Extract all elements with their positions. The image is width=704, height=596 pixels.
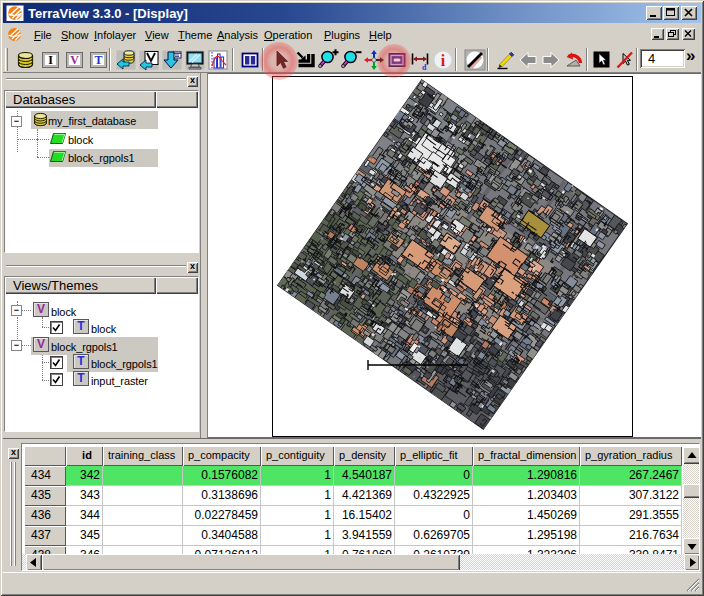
svg-text:V: V (70, 53, 79, 67)
svg-text:d: d (422, 63, 427, 72)
svg-text:I: I (48, 53, 53, 67)
svg-text:i: i (440, 52, 445, 69)
svg-text:T: T (94, 53, 102, 67)
